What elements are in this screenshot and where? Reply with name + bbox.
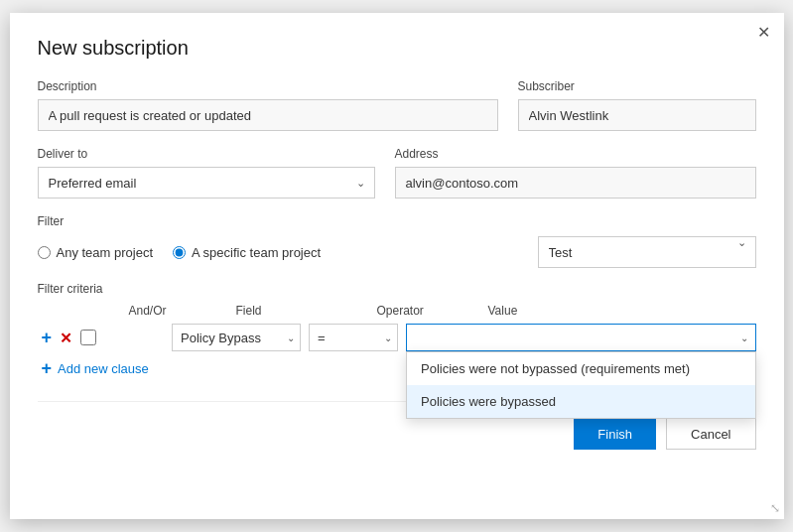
deliver-to-select-wrapper: Preferred email ⌄ [38, 167, 375, 199]
close-button[interactable]: ✕ [757, 25, 770, 41]
deliver-to-select[interactable]: Preferred email [38, 167, 375, 199]
delete-criteria-button[interactable]: ✕ [60, 331, 72, 345]
address-group: Address [395, 147, 756, 199]
filter-label: Filter [38, 214, 756, 228]
new-subscription-dialog: ✕ New subscription Description Subscribe… [10, 13, 784, 519]
any-team-project-radio-item[interactable]: Any team project [38, 245, 154, 260]
col-operator-header: Operator [377, 304, 476, 318]
description-input[interactable] [38, 99, 498, 131]
team-project-select[interactable]: Test [538, 236, 756, 268]
address-input[interactable] [395, 167, 756, 199]
operator-select-wrapper: = ⌄ [309, 324, 398, 351]
specific-team-project-label: A specific team project [192, 245, 321, 260]
finish-button[interactable]: Finish [574, 418, 656, 450]
filter-section: Filter Any team project A specific team … [38, 214, 756, 268]
col-value-header: Value [488, 304, 756, 318]
dialog-title: New subscription [38, 37, 756, 60]
deliver-to-group: Deliver to Preferred email ⌄ [38, 147, 375, 199]
deliver-address-row: Deliver to Preferred email ⌄ Address [38, 147, 756, 199]
description-label: Description [38, 79, 498, 93]
col-field-header: Field [236, 304, 365, 318]
subscriber-group: Subscriber [518, 79, 756, 131]
filter-radio-row: Any team project A specific team project… [38, 236, 756, 268]
deliver-to-label: Deliver to [38, 147, 375, 161]
field-select[interactable]: Policy Bypass [172, 324, 301, 351]
team-project-select-wrapper: Test ⌄ [538, 236, 756, 268]
subscriber-label: Subscriber [518, 79, 756, 93]
add-clause-label[interactable]: Add new clause [58, 361, 149, 376]
description-subscriber-row: Description Subscriber [38, 79, 756, 131]
any-team-project-label: Any team project [57, 245, 154, 260]
col-andor-header: And/Or [129, 304, 189, 318]
address-label: Address [395, 147, 756, 161]
value-input[interactable] [406, 324, 755, 351]
criteria-actions-row: + ✕ Policy Bypass ⌄ = ⌄ ⌄ [38, 324, 756, 351]
dropdown-option-not-bypassed[interactable]: Policies were not bypassed (requirements… [407, 352, 754, 385]
cancel-button[interactable]: Cancel [666, 418, 755, 450]
operator-select[interactable]: = [309, 324, 398, 351]
value-dropdown: Policies were not bypassed (requirements… [406, 351, 755, 419]
criteria-header-row: And/Or Field Operator Value [38, 304, 756, 318]
resize-handle-icon: ⤡ [770, 501, 780, 515]
specific-team-project-radio[interactable] [173, 246, 186, 259]
filter-criteria-label: Filter criteria [38, 282, 756, 296]
any-team-project-radio[interactable] [38, 246, 51, 259]
value-input-wrapper: ⌄ Policies were not bypassed (requiremen… [406, 324, 755, 351]
dropdown-option-bypassed[interactable]: Policies were bypassed [407, 385, 754, 418]
criteria-checkbox[interactable] [80, 330, 96, 345]
filter-criteria-section: Filter criteria And/Or Field Operator Va… [38, 282, 756, 377]
subscriber-input[interactable] [518, 99, 756, 131]
description-group: Description [38, 79, 498, 131]
add-clause-button[interactable]: + [42, 359, 53, 377]
field-select-wrapper: Policy Bypass ⌄ [172, 324, 301, 351]
specific-team-project-radio-item[interactable]: A specific team project [173, 245, 321, 260]
add-criteria-button[interactable]: + [42, 329, 53, 346]
